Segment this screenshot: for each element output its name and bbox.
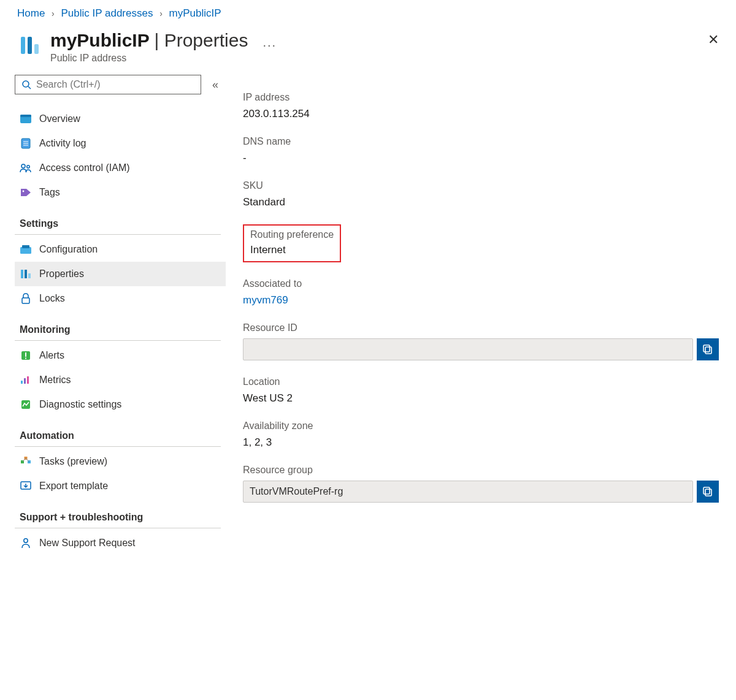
sidebar-search[interactable]: [15, 75, 201, 94]
divider: [15, 340, 221, 341]
copy-resource-group-button[interactable]: [697, 481, 719, 503]
svg-rect-24: [24, 378, 26, 384]
field-label: IP address: [243, 92, 719, 103]
resource-header: myPublicIP | Properties Public IP addres…: [0, 25, 736, 75]
svg-rect-23: [21, 381, 23, 384]
svg-rect-2: [34, 44, 39, 54]
svg-rect-25: [27, 376, 29, 384]
sidebar-item-metrics[interactable]: Metrics: [15, 368, 226, 392]
field-routing-preference-highlight: Routing preference Internet: [243, 224, 341, 262]
sidebar-item-activity-log[interactable]: Activity log: [15, 131, 226, 156]
divider: [15, 528, 221, 528]
sidebar-item-new-support-request[interactable]: New Support Request: [15, 531, 226, 555]
properties-content: IP address 203.0.113.254 DNS name - SKU …: [226, 75, 736, 555]
resource-type-label: Public IP address: [50, 53, 248, 64]
resource-group-box[interactable]: TutorVMRoutePref-rg: [243, 481, 693, 503]
locks-icon: [20, 292, 32, 305]
tags-icon: [20, 186, 32, 199]
svg-point-33: [24, 539, 28, 542]
breadcrumb-public-ip-addresses[interactable]: Public IP addresses: [61, 7, 153, 19]
svg-point-11: [21, 164, 25, 168]
svg-rect-0: [21, 37, 25, 54]
resource-id-box[interactable]: [243, 338, 693, 360]
alerts-icon: [20, 349, 32, 362]
page-title: myPublicIP | Properties: [50, 29, 248, 51]
svg-rect-37: [703, 487, 710, 494]
field-location: Location West US 2: [243, 376, 719, 405]
sidebar-heading-settings: Settings: [15, 205, 226, 232]
search-icon: [21, 80, 31, 89]
svg-rect-17: [25, 270, 27, 278]
sidebar-item-access-control[interactable]: Access control (IAM): [15, 156, 226, 180]
field-resource-group: Resource group TutorVMRoutePref-rg: [243, 465, 719, 503]
export-template-icon: [20, 480, 32, 492]
configuration-icon: [20, 243, 32, 256]
svg-rect-6: [20, 115, 31, 117]
properties-icon: [20, 268, 32, 280]
chevron-right-icon: ›: [156, 9, 166, 18]
sidebar-item-overview[interactable]: Overview: [15, 107, 226, 131]
field-label: Resource ID: [243, 322, 719, 333]
breadcrumb: Home › Public IP addresses › myPublicIP: [0, 0, 736, 25]
divider: [15, 234, 221, 235]
svg-rect-36: [705, 489, 711, 496]
breadcrumb-mypublicip[interactable]: myPublicIP: [169, 7, 221, 19]
sidebar-heading-monitoring: Monitoring: [15, 311, 226, 338]
public-ip-resource-icon: [17, 33, 42, 58]
svg-line-31: [26, 458, 29, 462]
sidebar-item-diagnostic-settings[interactable]: Diagnostic settings: [15, 392, 226, 417]
field-label: Availability zone: [243, 420, 719, 432]
sidebar: « Overview Activity log Access control (…: [0, 75, 226, 555]
overview-icon: [20, 113, 32, 125]
close-button[interactable]: ✕: [708, 33, 719, 47]
field-associated-to: Associated to myvm769: [243, 278, 719, 306]
svg-line-30: [23, 458, 26, 462]
svg-rect-19: [22, 298, 29, 303]
tasks-icon: [20, 455, 32, 468]
svg-rect-18: [28, 273, 31, 278]
field-dns-name: DNS name -: [243, 136, 719, 164]
svg-point-13: [23, 191, 25, 192]
field-ip-address: IP address 203.0.113.254: [243, 92, 719, 120]
sidebar-item-tasks[interactable]: Tasks (preview): [15, 449, 226, 474]
sidebar-item-tags[interactable]: Tags: [15, 180, 226, 205]
metrics-icon: [20, 374, 32, 386]
associated-resource-link[interactable]: myvm769: [243, 294, 288, 306]
copy-icon: [702, 344, 713, 355]
sidebar-item-export-template[interactable]: Export template: [15, 474, 226, 498]
svg-point-12: [27, 165, 29, 168]
field-resource-id: Resource ID: [243, 322, 719, 360]
breadcrumb-home[interactable]: Home: [17, 7, 45, 19]
sidebar-item-locks[interactable]: Locks: [15, 286, 226, 311]
sidebar-item-alerts[interactable]: Alerts: [15, 343, 226, 368]
sidebar-search-input[interactable]: [36, 79, 194, 90]
svg-rect-21: [25, 352, 26, 357]
field-label: Location: [243, 376, 719, 387]
sidebar-item-properties[interactable]: Properties: [15, 262, 226, 286]
sidebar-item-configuration[interactable]: Configuration: [15, 237, 226, 262]
field-value: West US 2: [243, 392, 719, 405]
svg-rect-22: [25, 358, 26, 359]
field-label: Routing preference: [250, 229, 334, 240]
field-sku: SKU Standard: [243, 180, 719, 208]
svg-rect-35: [703, 345, 710, 352]
diagnostic-settings-icon: [20, 398, 32, 411]
field-value: Internet: [250, 244, 334, 256]
more-actions-button[interactable]: ···: [263, 38, 277, 52]
svg-rect-16: [21, 270, 23, 278]
field-label: DNS name: [243, 136, 719, 147]
divider: [15, 446, 221, 447]
access-control-icon: [20, 162, 32, 174]
svg-line-4: [28, 86, 31, 89]
collapse-sidebar-button[interactable]: «: [212, 78, 218, 91]
copy-resource-id-button[interactable]: [697, 338, 719, 360]
chevron-right-icon: ›: [48, 9, 58, 18]
support-icon: [20, 537, 32, 549]
copy-icon: [702, 486, 713, 497]
field-value: 203.0.113.254: [243, 108, 719, 120]
field-value: 1, 2, 3: [243, 436, 719, 449]
field-value: -: [243, 152, 719, 164]
sidebar-heading-automation: Automation: [15, 417, 226, 444]
field-label: Resource group: [243, 465, 719, 476]
field-label: SKU: [243, 180, 719, 191]
